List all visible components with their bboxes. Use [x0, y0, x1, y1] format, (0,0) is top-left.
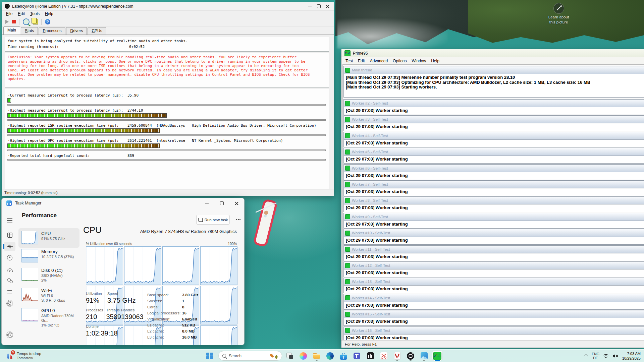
- nav-users[interactable]: [4, 276, 15, 285]
- weather-widget[interactable]: 5 Temps to drop Tomorrow: [3, 351, 43, 361]
- latencymon-tab-stats[interactable]: Stats: [21, 27, 38, 35]
- clock[interactable]: 7:03 AM 10/29/2025: [622, 351, 641, 361]
- taskbar-snipping-tool-icon[interactable]: [379, 351, 389, 361]
- taskbar-prime95-icon[interactable]: 2P-1: [432, 351, 442, 361]
- latencymon-tab-processes[interactable]: Processes: [39, 27, 65, 35]
- prime95-worker-16-window[interactable]: Worker #16 - Self-Test [Oct 29 07:03] Wo…: [343, 326, 644, 341]
- worker-titlebar[interactable]: Worker #16 - Self-Test: [344, 327, 644, 335]
- latencymon-titlebar[interactable]: LatencyMon (Home Edition ) v 7.31 - http…: [2, 2, 334, 11]
- taskbar-copilot-icon[interactable]: [298, 351, 308, 361]
- latencymon-menu-edit[interactable]: Edit: [18, 11, 25, 16]
- prime95-worker-3-window[interactable]: Worker #3 - Self-Test [Oct 29 07:03] Wor…: [343, 115, 644, 131]
- taskbar-edge-icon[interactable]: [325, 351, 335, 361]
- worker-titlebar[interactable]: Worker #8 - Self-Test: [344, 197, 644, 204]
- worker-titlebar[interactable]: Worker #7 - Self-Test: [344, 181, 644, 188]
- prime95-worker-5-window[interactable]: Worker #5 - Self-Test [Oct 29 07:03] Wor…: [343, 148, 644, 164]
- nav-details[interactable]: [4, 287, 15, 297]
- latencymon-tab-main[interactable]: Main: [3, 26, 20, 35]
- prime95-worker-8-window[interactable]: Worker #8 - Self-Test [Oct 29 07:03] Wor…: [343, 196, 644, 212]
- taskbar-photos-icon[interactable]: [419, 351, 429, 361]
- taskbar-shield-v-icon[interactable]: [392, 351, 402, 361]
- latencymon-close-button[interactable]: [323, 2, 332, 10]
- worker-titlebar[interactable]: Worker #14 - Self-Test: [344, 294, 644, 302]
- prime95-worker-12-window[interactable]: Worker #12 - Self-Test [Oct 29 07:03] Wo…: [343, 261, 644, 277]
- latencymon-minimize-button[interactable]: [306, 2, 314, 10]
- prime95-menu-test[interactable]: Test: [345, 59, 353, 63]
- spotlight-caption[interactable]: Learn about this picture: [541, 15, 576, 25]
- run-new-task-button[interactable]: Run new task: [196, 215, 230, 225]
- nav-settings[interactable]: [4, 330, 15, 340]
- volume-muted-icon[interactable]: [612, 354, 619, 358]
- worker-titlebar[interactable]: Worker #4 - Self-Test: [344, 132, 644, 140]
- prime95-menu-options[interactable]: Options: [393, 59, 407, 63]
- stop-monitor-icon[interactable]: [12, 20, 16, 23]
- prime95-worker-15-window[interactable]: Worker #15 - Self-Test [Oct 29 07:03] Wo…: [343, 310, 644, 326]
- perf-sidebar-wi-fi[interactable]: Wi-Fi Wi-Fi 6S: 0 R: 0 Kbps: [18, 285, 79, 307]
- latencymon-menu-help[interactable]: Help: [45, 11, 53, 16]
- nav-performance[interactable]: [4, 242, 15, 251]
- prime95-worker-4-window[interactable]: Worker #4 - Self-Test [Oct 29 07:03] Wor…: [343, 132, 644, 147]
- widget-subtext: Tomorrow: [17, 356, 41, 360]
- prime95-worker-10-window[interactable]: Worker #10 - Self-Test [Oct 29 07:03] Wo…: [343, 229, 644, 245]
- prime95-menu-help[interactable]: Help: [431, 59, 439, 63]
- task-manager-maximize-button[interactable]: [217, 199, 226, 207]
- report-icon[interactable]: [33, 19, 38, 24]
- main-thread-titlebar[interactable]: Main thread: [344, 66, 644, 74]
- hamburger-menu-icon[interactable]: [7, 218, 12, 223]
- language-indicator[interactable]: ENG DE: [592, 352, 599, 360]
- latencymon-maximize-button[interactable]: [314, 2, 323, 10]
- taskbar-microsoft-store-icon[interactable]: [338, 351, 348, 361]
- prime95-titlebar[interactable]: 2P-1 Prime95: [341, 49, 644, 57]
- latencymon-tab-cpus[interactable]: CPUs: [88, 27, 106, 35]
- perf-sidebar-gpu-0[interactable]: GPU 0 AMD Radeon 780M Gr...1% (62 °C): [18, 305, 79, 327]
- worker-titlebar[interactable]: Worker #13 - Self-Test: [344, 278, 644, 286]
- nav-app-history[interactable]: [4, 253, 15, 262]
- latencymon-menu-tools[interactable]: Tools: [30, 11, 40, 16]
- nav-processes[interactable]: [4, 230, 15, 240]
- nav-services[interactable]: [4, 299, 15, 308]
- worker-titlebar[interactable]: Worker #6 - Self-Test: [344, 165, 644, 172]
- start-monitor-icon[interactable]: [5, 20, 9, 24]
- taskbar-task-view-icon[interactable]: [285, 351, 295, 361]
- worker-titlebar[interactable]: Worker #10 - Self-Test: [344, 229, 644, 237]
- prime95-worker-11-window[interactable]: Worker #11 - Self-Test [Oct 29 07:03] Wo…: [343, 245, 644, 261]
- prime95-worker-9-window[interactable]: Worker #9 - Self-Test [Oct 29 07:03] Wor…: [343, 213, 644, 229]
- prime95-menu-advanced[interactable]: Advanced: [370, 59, 388, 63]
- wifi-icon[interactable]: [603, 354, 609, 358]
- prime95-menu-edit[interactable]: Edit: [358, 59, 365, 63]
- prime95-worker-2-window[interactable]: Worker #2 - Self-Test [Oct 29 07:03] Wor…: [343, 99, 644, 115]
- worker-titlebar[interactable]: Worker #3 - Self-Test: [344, 116, 644, 123]
- worker-titlebar[interactable]: Worker #9 - Self-Test: [344, 213, 644, 221]
- search-box[interactable]: Search: [218, 351, 282, 361]
- prime95-icon: [345, 117, 350, 122]
- prime95-worker-13-window[interactable]: Worker #13 - Self-Test [Oct 29 07:03] Wo…: [343, 278, 644, 293]
- worker-titlebar[interactable]: Worker #5 - Self-Test: [344, 148, 644, 156]
- start-button[interactable]: [204, 351, 215, 361]
- prime95-menu-window[interactable]: Window: [412, 59, 426, 63]
- taskbar-file-explorer-icon[interactable]: [312, 351, 322, 361]
- main-thread-window[interactable]: Main thread [Main thread Oct 29 07:03] M…: [343, 66, 644, 98]
- task-manager-minimize-button[interactable]: [203, 199, 211, 207]
- more-options-button[interactable]: [235, 217, 241, 222]
- spotlight-icon[interactable]: [553, 3, 564, 14]
- task-manager-close-button[interactable]: [232, 199, 241, 207]
- latencymon-menu-file[interactable]: File: [6, 11, 12, 16]
- worker-titlebar[interactable]: Worker #11 - Self-Test: [344, 246, 644, 253]
- worker-titlebar[interactable]: Worker #15 - Self-Test: [344, 310, 644, 318]
- nav-startup-apps[interactable]: [4, 264, 15, 274]
- perf-sidebar-disk-0-c[interactable]: Disk 0 (C:) SSD (NVMe)2%: [18, 265, 79, 287]
- help-icon[interactable]: [45, 19, 50, 24]
- worker-titlebar[interactable]: Worker #12 - Self-Test: [344, 262, 644, 269]
- prime95-worker-7-window[interactable]: Worker #7 - Self-Test [Oct 29 07:03] Wor…: [343, 180, 644, 196]
- taskbar-equalizer-icon[interactable]: [365, 351, 375, 361]
- latencymon-tab-drivers[interactable]: Drivers: [66, 27, 87, 35]
- perf-sidebar-cpu[interactable]: CPU 91% 3.75 GHz: [18, 228, 79, 248]
- analyze-icon[interactable]: [23, 18, 30, 25]
- worker-titlebar[interactable]: Worker #2 - Self-Test: [344, 100, 644, 107]
- prime95-worker-6-window[interactable]: Worker #6 - Self-Test [Oct 29 07:03] Wor…: [343, 164, 644, 180]
- taskbar-teams-icon[interactable]: [352, 351, 362, 361]
- perf-sidebar-memory[interactable]: Memory 10.2/27.8 GB (37%): [18, 246, 79, 266]
- prime95-worker-14-window[interactable]: Worker #14 - Self-Test [Oct 29 07:03] Wo…: [343, 294, 644, 310]
- hidden-icons-chevron[interactable]: [584, 354, 588, 359]
- taskbar-monitor-icon[interactable]: [406, 351, 416, 361]
